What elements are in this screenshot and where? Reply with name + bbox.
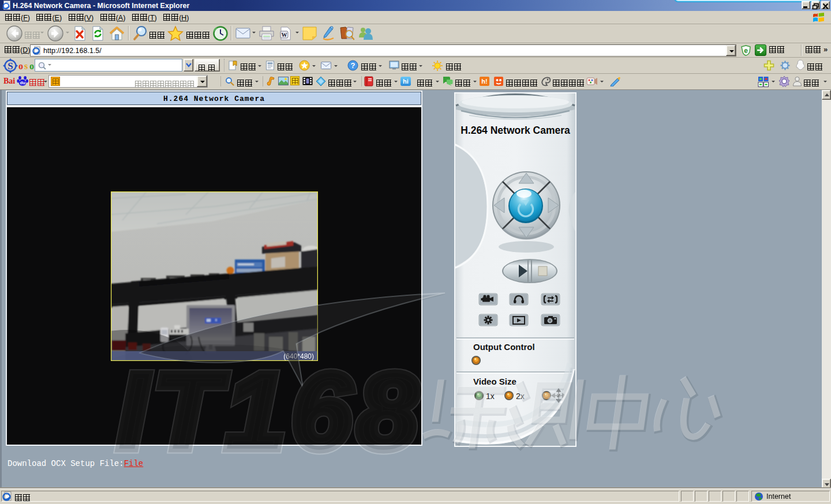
svg-text:Video Size: Video Size [473,377,516,386]
svg-text:1x: 1x [486,392,495,401]
svg-text:S: S [8,61,13,72]
svg-text:Output Control: Output Control [473,342,535,352]
svg-text:du: du [20,80,26,85]
svg-text:o: o [18,61,23,71]
svg-text:e: e [744,47,748,55]
svg-text:H.264 Network Camera: H.264 Network Camera [461,125,570,136]
svg-text:(640*480): (640*480) [283,352,314,360]
svg-text:W: W [282,32,287,38]
svg-text:2x: 2x [516,392,525,401]
svg-text:s: s [24,61,28,71]
svg-text:o: o [29,61,34,71]
svg-text:?: ? [351,61,355,70]
